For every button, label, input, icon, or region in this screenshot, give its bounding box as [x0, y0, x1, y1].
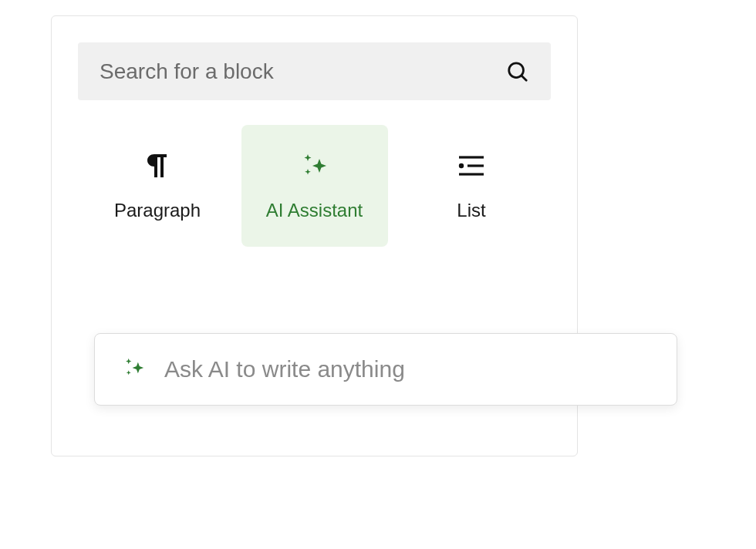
block-paragraph[interactable]: Paragraph — [84, 125, 231, 247]
sparkles-icon — [299, 150, 331, 181]
blocks-row: Paragraph AI Assistant Li — [78, 125, 551, 247]
list-icon — [456, 150, 487, 181]
paragraph-icon — [145, 150, 170, 181]
block-label: List — [457, 200, 485, 221]
search-placeholder: Search for a block — [100, 59, 274, 84]
svg-point-3 — [459, 163, 464, 168]
ai-input-placeholder: Ask AI to write anything — [164, 356, 405, 382]
block-label: AI Assistant — [266, 200, 363, 221]
block-label: Paragraph — [114, 200, 201, 221]
sparkles-icon — [121, 355, 147, 384]
svg-line-1 — [521, 76, 526, 80]
search-bar[interactable]: Search for a block — [78, 42, 551, 100]
search-icon[interactable] — [506, 60, 529, 83]
block-ai-assistant[interactable]: AI Assistant — [241, 125, 388, 247]
block-list[interactable]: List — [398, 125, 545, 247]
ai-prompt-input[interactable]: Ask AI to write anything — [94, 333, 677, 406]
